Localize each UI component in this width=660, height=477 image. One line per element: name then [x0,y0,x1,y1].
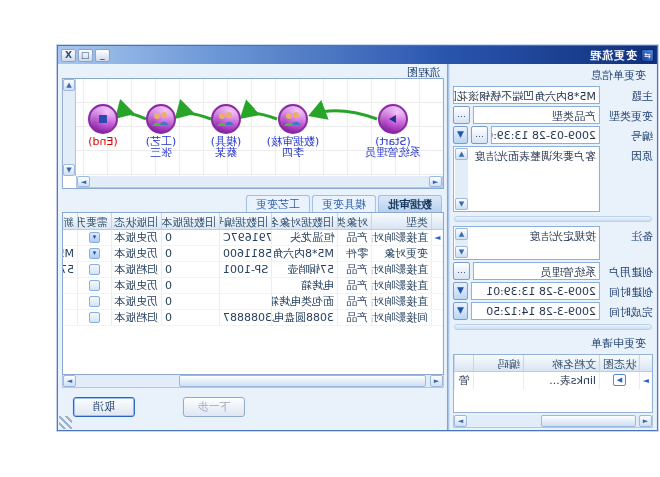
table-row[interactable]: 直接影响对象 产品 面包类电烤箱 0 历史版本 [63,294,443,310]
title-bar[interactable]: ⇄ 变更流程 _ □ X [58,46,657,64]
tab-mold-change[interactable]: 模具变更 [312,195,376,212]
col-old-version[interactable]: 旧数据版本号 [161,213,219,230]
flow-node-process[interactable] [146,104,176,134]
diagram-hscrollbar[interactable]: ◄ ► [76,176,443,188]
next-button[interactable]: 下一步 [183,397,245,417]
request-table-hscrollbar[interactable]: ◄ ► [453,415,653,428]
tab-process-change[interactable]: 工艺变更 [246,195,310,212]
change-type-browse-button[interactable]: … [453,106,470,124]
flow-node-start[interactable] [378,104,408,134]
table-hscrollbar[interactable]: ◄ ► [62,375,444,388]
field-reason: 原因 客户要求调整表面光洁度 ▲ ▼ [453,146,653,212]
scroll-right-icon[interactable]: ► [454,415,467,427]
table-row[interactable]: 直接影响对象 产品 电烤箱 0 历史版本 [63,278,443,294]
upgrade-checkbox[interactable] [89,280,100,291]
field-create-user: 创建用户 系统管理员 … [453,262,653,280]
cancel-button[interactable]: 取消 [73,397,135,417]
scroll-left-icon[interactable]: ◄ [429,176,442,187]
table-header-row: 类型 对象类型 旧数据对象名称 旧数据编号 旧数据版本号 旧版状态 需要升级 新… [63,213,443,230]
create-user-label: 创建用户 [603,262,653,280]
number-browse-button[interactable]: … [471,126,488,144]
scroll-down-icon[interactable]: ▼ [63,164,75,176]
col-old-status[interactable]: 旧版状态 [111,213,161,230]
finish-time-input[interactable]: 2009-3-28 14:12:50 [471,302,600,320]
scroll-left-icon[interactable]: ◄ [639,415,652,427]
scroll-down-icon[interactable]: ▼ [455,246,468,258]
request-table-row[interactable]: ► ▶ links表... 管 [454,372,652,389]
scrollbar-thumb[interactable] [541,415,636,427]
minimize-button[interactable]: _ [95,49,110,62]
scrollbar-track[interactable] [467,415,639,427]
col-obj-type[interactable]: 对象类型 [337,213,371,230]
request-doc-code [473,372,523,389]
screenshot-canvas: ⇄ 变更流程 _ □ X 变更单信息 主题 M5*8内六角凹端不锈钢滚花圆螺钉 … [0,0,660,477]
panel-splitter[interactable] [447,64,450,430]
table-row[interactable]: 间接影响对象 产品 3088圆盘电水壶 3088887 0 归档版本 [63,310,443,326]
scroll-up-icon[interactable]: ▲ [455,228,468,240]
flow-node-mold[interactable] [211,104,241,134]
subject-input[interactable]: M5*8内六角凹端不锈钢滚花圆螺钉 [453,86,600,104]
table-row[interactable]: 直接影响对象 产品 57铜哨壶 SP-1001 0 归档版本 57铜哨壶 [63,262,443,278]
upgrade-checkbox[interactable] [89,312,100,323]
col-upgrade[interactable]: 需要升级 [77,213,111,230]
change-type-input[interactable]: 产品类型 [473,106,600,124]
col-type[interactable]: 类型 [371,213,431,230]
field-create-time: 创建时间 2009-3-28 13:39:01 ▼ [453,282,653,300]
scroll-right-icon[interactable]: ► [77,176,90,187]
remark-text: 按规定光洁度 [530,230,596,243]
reason-text: 客户要求调整表面光洁度 [475,150,596,163]
upgrade-checkbox[interactable] [89,296,100,307]
table-row[interactable]: 变更对象 零件 M5*8内六角凹... 5811600 0 历史版本 ▾ M5*… [63,246,443,262]
group-separator [454,216,652,222]
col-old-name[interactable]: 旧数据对象名称 [271,213,337,230]
create-time-label: 创建时间 [603,282,653,300]
close-button[interactable]: X [61,49,76,62]
scroll-up-icon[interactable]: ▲ [455,148,468,160]
create-user-input[interactable]: 系统管理员 [473,262,600,280]
tab-data-approval[interactable]: 数据审批 [378,195,442,212]
upgrade-checkbox[interactable]: ▾ [89,248,100,259]
diagram-label: 流程图 [62,65,444,78]
field-number: 编号 2009-03-28 13:39:01 … ▼ [453,126,653,144]
window-icon: ⇄ [641,49,654,62]
request-col-status: 状态图 [599,355,639,372]
scroll-down-icon[interactable]: ▼ [455,198,468,210]
change-type-label: 变更类型 [603,106,653,124]
col-old-code[interactable]: 旧数据编号 [219,213,271,230]
finish-time-dropdown-icon[interactable]: ▼ [453,302,468,320]
diagram-vscrollbar[interactable]: ▲ ▼ [63,79,76,176]
request-col-extra [454,355,473,372]
finish-time-label: 完成时间 [603,302,653,320]
request-table-header: 状态图 文档名称 编码 [454,355,652,372]
flow-arrows [63,79,443,189]
number-input[interactable]: 2009-03-28 13:39:01 [491,126,600,144]
flow-node-data-review[interactable] [278,104,308,134]
mirrored-layer: ⇄ 变更流程 _ □ X 变更单信息 主题 M5*8内六角凹端不锈钢滚花圆螺钉 … [0,0,660,477]
create-time-dropdown-icon[interactable]: ▼ [453,282,468,300]
flow-node-end[interactable] [88,104,118,134]
upgrade-checkbox[interactable]: ▾ [89,232,100,243]
scrollbar-thumb[interactable] [179,375,427,387]
request-doc-name: links表... [523,372,599,389]
col-new-name[interactable]: 新数据对象名称 [62,213,77,230]
upgrade-checkbox[interactable] [89,264,100,275]
field-change-type: 变更类型 产品类型 … [453,106,653,124]
remark-scrollbar[interactable]: ▲ ▼ [455,228,468,258]
maximize-button[interactable]: □ [78,49,93,62]
main-area: 流程图 [58,64,447,430]
create-user-browse-button[interactable]: … [453,262,470,280]
scrollbar-track[interactable] [76,375,430,387]
resize-grip-icon[interactable] [59,416,72,429]
document-status-icon: ▶ [613,374,626,386]
reason-textarea[interactable]: 客户要求调整表面光洁度 ▲ ▼ [453,146,600,212]
create-time-input[interactable]: 2009-3-28 13:39:01 [471,282,600,300]
remark-textarea[interactable]: 按规定光洁度 ▲ ▼ [453,226,600,260]
scroll-up-icon[interactable]: ▲ [63,79,75,91]
scroll-right-icon[interactable]: ► [63,375,76,387]
scroll-left-icon[interactable]: ◄ [430,375,443,387]
reason-scrollbar[interactable]: ▲ ▼ [455,148,468,210]
number-dropdown-icon[interactable]: ▼ [453,126,468,144]
scrollbar-track[interactable] [90,176,429,187]
client-area: 变更单信息 主题 M5*8内六角凹端不锈钢滚花圆螺钉 变更类型 产品类型 … 编… [58,64,657,430]
table-row[interactable]: ► 直接影响对象 产品 恒温龙头 791697C 0 历史版本 ▾ [63,230,443,246]
